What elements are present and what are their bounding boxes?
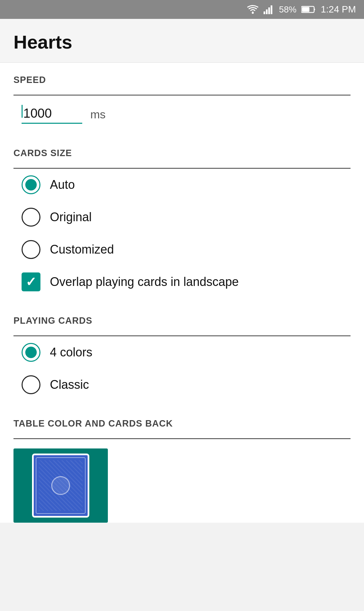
- status-icons: 58% 1:24 PM: [247, 4, 356, 15]
- radio-auto-circle: [22, 175, 40, 194]
- table-color-divider: [13, 438, 351, 439]
- radio-original-label: Original: [50, 210, 92, 224]
- wifi-icon: [247, 5, 259, 14]
- app-title: Hearts: [13, 31, 351, 53]
- radio-classic-label: Classic: [50, 378, 89, 392]
- svg-point-0: [252, 12, 254, 14]
- battery-icon: [301, 5, 316, 13]
- table-color-preview[interactable]: [13, 448, 108, 523]
- checkbox-overlap-box: ✓: [22, 272, 40, 291]
- svg-rect-2: [266, 9, 268, 14]
- speed-cursor: [22, 105, 23, 118]
- card-inner-border: [36, 457, 86, 514]
- radio-classic-circle: [22, 375, 40, 394]
- radio-4colors-circle: [22, 343, 40, 362]
- speed-input-row: 1000 ms: [0, 95, 364, 136]
- svg-rect-3: [268, 7, 270, 14]
- speed-label: SPEED: [13, 75, 351, 85]
- status-bar: 58% 1:24 PM: [0, 0, 364, 19]
- cards-size-section-header: CARDS SIZE: [0, 136, 364, 168]
- battery-percent: 58%: [279, 4, 297, 15]
- playing-cards-section-header: PLAYING CARDS: [0, 303, 364, 336]
- radio-customized-circle: [22, 240, 40, 259]
- speed-input-wrapper: 1000: [22, 105, 82, 124]
- radio-classic[interactable]: Classic: [0, 369, 364, 401]
- radio-4colors-label: 4 colors: [50, 345, 92, 359]
- radio-4colors-inner: [25, 347, 37, 358]
- signal-icon: [264, 5, 274, 14]
- card-back: [32, 454, 89, 518]
- speed-underline: [22, 123, 82, 124]
- card-center-ornament: [51, 476, 70, 495]
- radio-original[interactable]: Original: [0, 201, 364, 233]
- svg-rect-4: [271, 5, 272, 14]
- svg-rect-6: [302, 7, 309, 12]
- cards-size-label: CARDS SIZE: [13, 148, 351, 158]
- radio-customized[interactable]: Customized: [0, 233, 364, 266]
- table-color-section-header: TABLE COLOR AND CARDS BACK: [0, 406, 364, 438]
- radio-auto[interactable]: Auto: [0, 169, 364, 201]
- checkmark-icon: ✓: [26, 275, 36, 288]
- playing-cards-label: PLAYING CARDS: [13, 316, 351, 326]
- speed-section-header: SPEED: [0, 63, 364, 95]
- table-color-label: TABLE COLOR AND CARDS BACK: [13, 418, 351, 429]
- status-time: 1:24 PM: [321, 4, 356, 15]
- radio-original-circle: [22, 208, 40, 227]
- radio-auto-label: Auto: [50, 178, 75, 192]
- checkbox-overlap[interactable]: ✓ Overlap playing cards in landscape: [0, 266, 364, 298]
- radio-auto-inner: [25, 179, 37, 191]
- radio-customized-label: Customized: [50, 242, 114, 257]
- card-pattern: [39, 460, 83, 511]
- speed-unit: ms: [90, 108, 105, 121]
- svg-rect-1: [264, 11, 265, 14]
- radio-4colors[interactable]: 4 colors: [0, 336, 364, 369]
- speed-input[interactable]: 1000: [23, 106, 77, 122]
- checkbox-overlap-label: Overlap playing cards in landscape: [50, 275, 239, 289]
- app-header: Hearts: [0, 19, 364, 63]
- content: SPEED 1000 ms CARDS SIZE Auto Original C…: [0, 63, 364, 523]
